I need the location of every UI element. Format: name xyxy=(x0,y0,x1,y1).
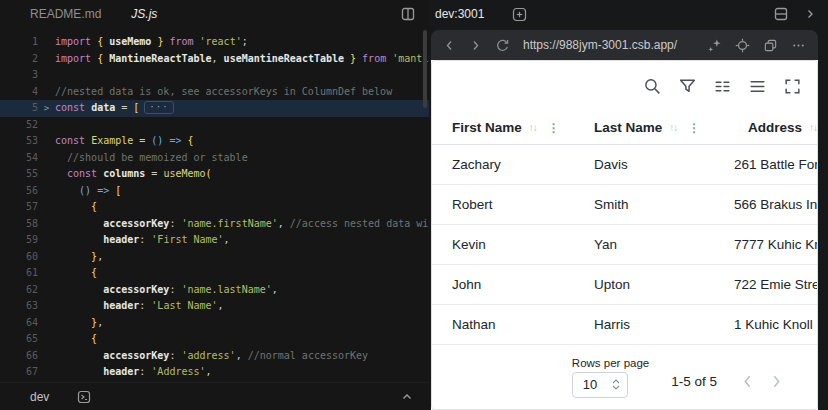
line-number: 59 xyxy=(0,232,38,249)
header-first-name[interactable]: First Name ↑↓ ⋮ xyxy=(432,120,594,135)
fullscreen-icon[interactable] xyxy=(779,73,805,99)
back-icon[interactable] xyxy=(443,39,456,52)
terminal-icon[interactable] xyxy=(77,390,91,404)
code-text: header: 'Address', xyxy=(55,364,429,381)
editor-scrollbar[interactable] xyxy=(423,30,427,108)
browser-preview: First Name ↑↓ ⋮ Last Name ↑↓ ⋮ Address ↑… xyxy=(431,30,818,410)
fold-arrow-icon[interactable]: > xyxy=(38,100,55,117)
next-page-icon[interactable] xyxy=(768,373,785,390)
sort-icon[interactable]: ↑↓ xyxy=(529,122,537,133)
code-line-5[interactable]: 5>const data = [··· xyxy=(0,100,429,117)
code-line-4[interactable]: 4//nested data is ok, see accessorKeys i… xyxy=(0,84,429,101)
code-text: () => [ xyxy=(55,183,429,200)
select-chevrons-icon xyxy=(612,379,620,390)
code-text: import { useMemo } from 'react'; xyxy=(55,34,429,51)
code-editor[interactable]: 1import { useMemo } from 'react';2import… xyxy=(0,28,429,382)
line-number: 67 xyxy=(0,364,38,381)
dev-task-label[interactable]: dev xyxy=(30,390,49,404)
code-lines: 1import { useMemo } from 'react';2import… xyxy=(0,34,429,381)
line-number: 62 xyxy=(0,282,38,299)
browser-chrome-bar xyxy=(431,30,818,60)
code-line-54[interactable]: 54 //should be memoized or stable xyxy=(0,150,429,167)
line-number: 63 xyxy=(0,298,38,315)
filter-icon[interactable] xyxy=(674,73,700,99)
chevron-right-icon[interactable] xyxy=(804,8,816,20)
sort-icon[interactable]: ↑↓ xyxy=(669,122,677,133)
density-icon[interactable] xyxy=(744,73,770,99)
target-icon[interactable] xyxy=(735,38,750,53)
devtools-tabbar: dev:3001 xyxy=(429,0,828,28)
tab-readme[interactable]: README.md xyxy=(30,7,101,21)
code-text: }, xyxy=(55,315,429,332)
previous-page-icon[interactable] xyxy=(739,373,756,390)
column-menu-icon[interactable]: ⋮ xyxy=(548,121,560,135)
devtools-pane: dev:3001 xyxy=(429,0,828,410)
code-line-59[interactable]: 59 header: 'First Name', xyxy=(0,232,429,249)
header-address[interactable]: Address ↑↓ xyxy=(734,120,817,135)
table-cell: Upton xyxy=(594,277,734,292)
code-line-58[interactable]: 58 accessorKey: 'name.firstName', //acce… xyxy=(0,216,429,233)
line-number: 4 xyxy=(0,84,38,101)
column-menu-icon[interactable]: ⋮ xyxy=(688,121,700,135)
table-row: NathanHarris1 Kuhic Knoll xyxy=(432,305,817,345)
line-number: 52 xyxy=(0,117,38,134)
split-editor-icon[interactable] xyxy=(401,7,415,21)
forward-icon[interactable] xyxy=(469,39,482,52)
table-cell: Davis xyxy=(594,157,734,172)
browser-viewport: First Name ↑↓ ⋮ Last Name ↑↓ ⋮ Address ↑… xyxy=(431,60,818,410)
table-row: JohnUpton722 Emie Stream xyxy=(432,265,817,305)
code-line-60[interactable]: 60 }, xyxy=(0,249,429,266)
sort-icon[interactable]: ↑↓ xyxy=(809,122,817,133)
line-number: 65 xyxy=(0,331,38,348)
code-line-55[interactable]: 55 const columns = useMemo( xyxy=(0,166,429,183)
code-text: { xyxy=(55,265,429,282)
table-cell: Kevin xyxy=(432,237,594,252)
ellipsis-icon[interactable] xyxy=(791,38,806,53)
line-number: 61 xyxy=(0,265,38,282)
code-line-63[interactable]: 63 header: 'Last Name', xyxy=(0,298,429,315)
header-label: Last Name xyxy=(594,120,662,135)
code-text: const data = [··· xyxy=(55,100,429,117)
code-line-1[interactable]: 1import { useMemo } from 'react'; xyxy=(0,34,429,51)
editor-statusbar: dev xyxy=(0,382,429,410)
header-label: First Name xyxy=(452,120,522,135)
chevron-up-icon[interactable] xyxy=(401,391,413,403)
url-input[interactable] xyxy=(523,38,694,52)
fold-ellipsis-badge[interactable]: ··· xyxy=(144,101,173,114)
code-text: accessorKey: 'name.firstName', //access … xyxy=(55,216,429,233)
split-horizontal-icon[interactable] xyxy=(774,7,788,21)
refresh-icon[interactable] xyxy=(495,38,510,53)
table-cell: 7777 Kuhic Knoll xyxy=(734,237,817,252)
code-line-64[interactable]: 64 }, xyxy=(0,315,429,332)
code-line-53[interactable]: 53const Example = () => { xyxy=(0,133,429,150)
duplicate-window-icon[interactable] xyxy=(763,38,778,53)
code-line-67[interactable]: 67 header: 'Address', xyxy=(0,364,429,381)
tab-jsjs[interactable]: JS.js xyxy=(131,7,157,21)
code-line-52[interactable]: 52 xyxy=(0,117,429,134)
page-size-select[interactable]: 10 xyxy=(572,372,628,398)
code-text: }, xyxy=(55,249,429,266)
table-cell: 1 Kuhic Knoll xyxy=(734,317,817,332)
code-line-56[interactable]: 56 () => [ xyxy=(0,183,429,200)
add-devtool-icon[interactable] xyxy=(512,7,527,22)
code-line-66[interactable]: 66 accessorKey: 'address', //normal acce… xyxy=(0,348,429,365)
header-last-name[interactable]: Last Name ↑↓ ⋮ xyxy=(594,120,734,135)
mrt-table-paper: First Name ↑↓ ⋮ Last Name ↑↓ ⋮ Address ↑… xyxy=(431,60,818,410)
tab-dev-3001[interactable]: dev:3001 xyxy=(435,7,484,21)
code-line-57[interactable]: 57 { xyxy=(0,199,429,216)
code-line-65[interactable]: 65 { xyxy=(0,331,429,348)
code-line-3[interactable]: 3 xyxy=(0,67,429,84)
code-line-2[interactable]: 2import { MantineReactTable, useMantineR… xyxy=(0,51,429,68)
table-cell: 261 Battle Ford xyxy=(734,157,817,172)
search-icon[interactable] xyxy=(639,73,665,99)
editor-pane: README.md JS.js 1import { useMemo } from… xyxy=(0,0,429,410)
code-text: import { MantineReactTable, useMantineRe… xyxy=(55,51,429,68)
code-line-62[interactable]: 62 accessorKey: 'name.lastName', xyxy=(0,282,429,299)
columns-icon[interactable] xyxy=(709,73,735,99)
table-header-row: First Name ↑↓ ⋮ Last Name ↑↓ ⋮ Address ↑… xyxy=(432,111,817,145)
sparkle-pointer-icon[interactable] xyxy=(707,38,722,53)
code-text: const columns = useMemo( xyxy=(55,166,429,183)
table-row: ZacharyDavis261 Battle Ford xyxy=(432,145,817,185)
code-line-61[interactable]: 61 { xyxy=(0,265,429,282)
table-footer: Rows per page 10 1-5 of 5 xyxy=(432,345,817,409)
